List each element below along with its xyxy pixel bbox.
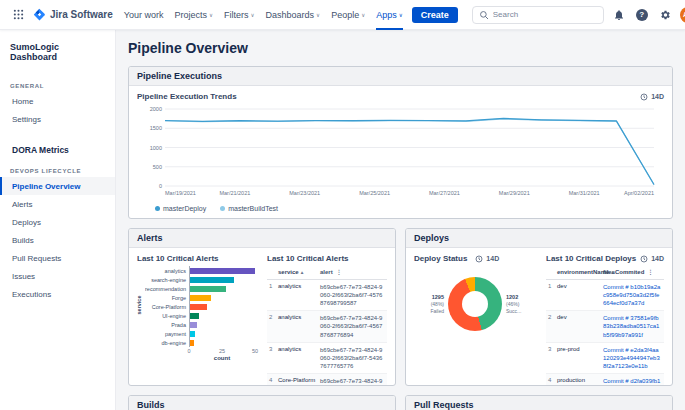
sidebar-item-home[interactable]: Home bbox=[0, 92, 115, 110]
panel-body-alerts: Last 10 Critical Alerts service analytic… bbox=[129, 248, 395, 386]
avatar[interactable]: AB bbox=[680, 7, 685, 23]
sidebar-item-issues[interactable]: Issues bbox=[0, 267, 115, 285]
row-index: 4 bbox=[548, 377, 557, 383]
nav-item-dashboards[interactable]: Dashboards∨ bbox=[266, 0, 321, 30]
bar-db-engine[interactable] bbox=[190, 340, 194, 346]
nav-item-your-work[interactable]: Your work bbox=[124, 0, 164, 30]
bar-payment[interactable] bbox=[190, 331, 195, 337]
svg-text:500: 500 bbox=[153, 164, 162, 170]
x-tick-label: 25 bbox=[219, 348, 225, 354]
dashboard-title: SumoLogic Dashboard bbox=[0, 40, 115, 74]
alert-id: b69cbe67-7e73-4824-9060-2f663f2ba6f7-457… bbox=[320, 283, 385, 307]
donut-hole bbox=[462, 291, 488, 317]
table-row: 2analyticsb69cbe67-7e73-4824-9060-2f663f… bbox=[267, 311, 387, 342]
bar-zone bbox=[189, 329, 255, 338]
bar-forge[interactable] bbox=[190, 295, 211, 301]
deploy-status-donut[interactable] bbox=[448, 277, 502, 331]
svg-text:1500: 1500 bbox=[150, 125, 162, 131]
commit-link[interactable]: Commit # 37581e9fb83b238adba0517ca1b5f99… bbox=[603, 314, 662, 338]
sidebar-item-pull-requests[interactable]: Pull Requests bbox=[0, 249, 115, 267]
panel-header-deploys: Deploys bbox=[406, 229, 672, 248]
legend-item-masterDeploy[interactable]: masterDeploy bbox=[155, 205, 206, 212]
deploy-status-chart: 1295(48%)Failed 1202(46%)Succ... bbox=[414, 277, 538, 331]
nav-item-people[interactable]: People∨ bbox=[331, 0, 365, 30]
bar-analytics[interactable] bbox=[190, 268, 255, 274]
cell-service: analytics bbox=[278, 314, 320, 320]
time-range-pipeline[interactable]: 14D bbox=[640, 93, 664, 101]
chevron-down-icon: ∨ bbox=[361, 12, 365, 18]
x-tick-label: 0 bbox=[187, 348, 190, 354]
panel-body-pipeline-executions: Pipeline Execution Trends 14D 0500100015… bbox=[129, 86, 672, 218]
bar-zone bbox=[189, 338, 255, 347]
table-header: environmentName▴ filesCommited⋮ bbox=[546, 265, 664, 280]
commit-link[interactable]: Commit # e2da3f4aa120293e4944947eb38f2a7… bbox=[603, 346, 662, 370]
notifications-icon[interactable] bbox=[611, 7, 627, 23]
bar-ui-engine[interactable] bbox=[190, 313, 199, 319]
sidebar-section-general: GENERAL bbox=[0, 74, 115, 92]
svg-text:Mar/23/2021: Mar/23/2021 bbox=[289, 190, 320, 196]
sidebar-item-dora-metrics[interactable]: DORA Metrics bbox=[0, 140, 115, 159]
app-switcher-icon[interactable] bbox=[10, 7, 26, 23]
column-environment-name[interactable]: environmentName▴ bbox=[557, 269, 603, 275]
nav-item-apps[interactable]: Apps∨ bbox=[376, 0, 403, 30]
legend-item-masterBuildTest[interactable]: masterBuildTest bbox=[220, 205, 278, 212]
commit-link[interactable]: Commit # b10b19a2ac958e9d750a3d2f5fe664e… bbox=[603, 283, 662, 307]
bar-prada[interactable] bbox=[190, 322, 197, 328]
deploys-table-section: Last 10 Critical Deploys 14D environment… bbox=[546, 254, 664, 386]
sidebar-item-alerts[interactable]: Alerts bbox=[0, 195, 115, 213]
panel-pipeline-executions: Pipeline Executions Pipeline Execution T… bbox=[128, 66, 673, 219]
column-service[interactable]: service▴ bbox=[278, 269, 320, 275]
callout-pct: (46%) bbox=[506, 301, 536, 308]
nav-item-label: People bbox=[331, 10, 359, 20]
chevron-down-icon: ∨ bbox=[316, 12, 320, 18]
bar-row: Core-Platform bbox=[145, 302, 259, 311]
alerts-bar-chart-section: Last 10 Critical Alerts service analytic… bbox=[137, 254, 259, 386]
donut-callout-left: 1295(48%)Failed bbox=[414, 294, 444, 315]
column-files-commited[interactable]: filesCommited⋮ bbox=[603, 268, 662, 276]
bar-row: analytics bbox=[145, 266, 259, 275]
time-range-deploys-table[interactable]: 14D bbox=[640, 255, 664, 263]
column-label: filesCommited bbox=[603, 269, 644, 275]
bar-zone bbox=[189, 293, 255, 302]
commit-link[interactable]: Commit # d2fa039fb1fad050d2cd5d bbox=[603, 377, 662, 386]
jira-logo[interactable]: Jira Software bbox=[33, 8, 113, 21]
help-icon[interactable]: ? bbox=[634, 7, 650, 23]
time-range-label: 14D bbox=[651, 255, 664, 262]
sidebar-item-settings[interactable]: Settings bbox=[0, 110, 115, 128]
nav-item-filters[interactable]: Filters∨ bbox=[224, 0, 255, 30]
sidebar-item-builds[interactable]: Builds bbox=[0, 231, 115, 249]
table-row: 3pre-prodCommit # e2da3f4aa120293e494494… bbox=[546, 343, 664, 374]
column-menu-icon[interactable]: ⋮ bbox=[336, 269, 342, 275]
panel-body-deploys: Deploy Status 14D 1295(48%)Failed 1202(4… bbox=[406, 248, 672, 386]
bar-category-label: Core-Platform bbox=[145, 304, 189, 310]
cell-env: dev bbox=[557, 314, 603, 320]
bar-row: Forge bbox=[145, 293, 259, 302]
chart-legend: masterDeploymasterBuildTest bbox=[137, 205, 664, 212]
bar-row: db-engine bbox=[145, 338, 259, 347]
clock-icon bbox=[640, 255, 648, 263]
bar-search-engine[interactable] bbox=[190, 277, 234, 283]
sidebar-devops-items: Pipeline OverviewAlertsDeploysBuildsPull… bbox=[0, 177, 115, 303]
table-row: 4productionCommit # d2fa039fb1fad050d2cd… bbox=[546, 374, 664, 386]
column-alert[interactable]: alert⋮ bbox=[320, 268, 385, 276]
bar-core-platform[interactable] bbox=[190, 304, 207, 310]
row-index: 1 bbox=[269, 283, 278, 289]
sidebar-item-pipeline-overview[interactable]: Pipeline Overview bbox=[0, 177, 115, 195]
search-input[interactable] bbox=[493, 10, 597, 19]
time-range-deploy-status[interactable]: 14D bbox=[475, 255, 499, 263]
panel-header-alerts: Alerts bbox=[129, 229, 395, 248]
bar-recommendation[interactable] bbox=[190, 286, 226, 292]
help-circle: ? bbox=[636, 9, 648, 21]
sidebar-item-deploys[interactable]: Deploys bbox=[0, 213, 115, 231]
sidebar-general-items: HomeSettings bbox=[0, 92, 115, 128]
column-menu-icon[interactable]: ⋮ bbox=[647, 269, 653, 275]
settings-icon[interactable] bbox=[657, 7, 673, 23]
x-tick-label: 50 bbox=[252, 348, 258, 354]
legend-dot bbox=[155, 206, 160, 211]
nav-item-label: Dashboards bbox=[266, 10, 315, 20]
create-button[interactable]: Create bbox=[412, 7, 458, 23]
deploy-status-head: Deploy Status 14D bbox=[414, 254, 538, 263]
nav-item-projects[interactable]: Projects∨ bbox=[175, 0, 214, 30]
sidebar-item-executions[interactable]: Executions bbox=[0, 285, 115, 303]
alert-id: b69cbe67-7e73-4824-9060-2f663f2ba6f7-456… bbox=[320, 314, 385, 338]
